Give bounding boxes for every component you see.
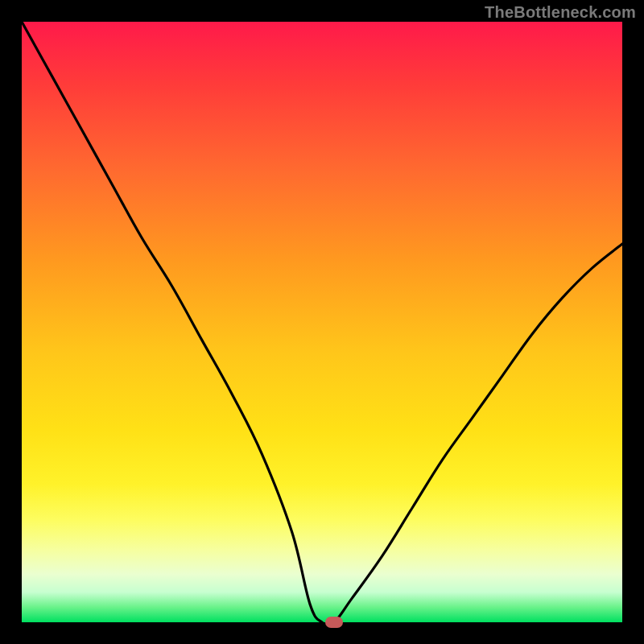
minimum-marker [325, 617, 343, 628]
watermark-text: TheBottleneck.com [485, 3, 636, 22]
bottleneck-curve [22, 22, 622, 622]
chart-frame: TheBottleneck.com [0, 0, 644, 644]
plot-area [22, 22, 622, 622]
